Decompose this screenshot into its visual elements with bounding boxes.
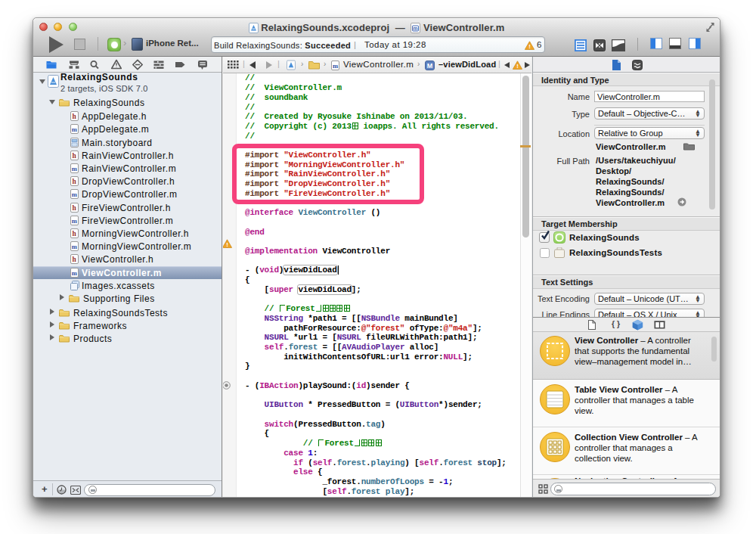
svg-text:!: ! bbox=[226, 241, 228, 248]
svg-text:!: ! bbox=[528, 43, 531, 50]
svg-text:m: m bbox=[414, 26, 418, 31]
svg-text:!: ! bbox=[516, 63, 519, 70]
svg-text:M: M bbox=[427, 62, 433, 70]
